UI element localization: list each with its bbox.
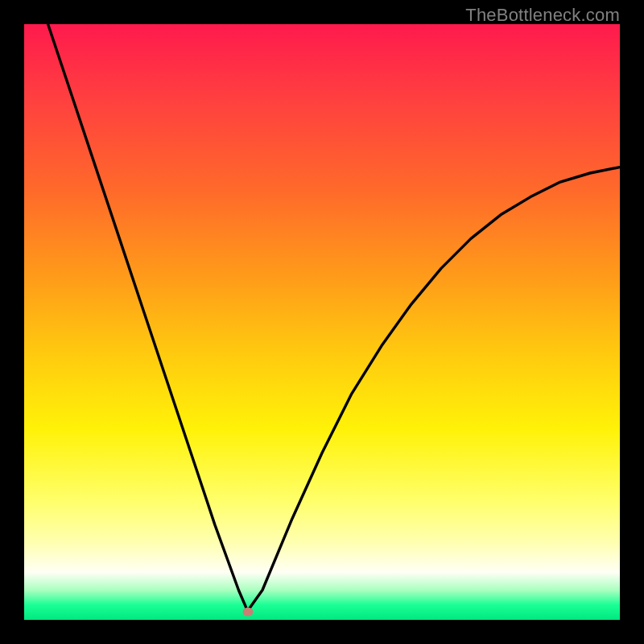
bottleneck-curve <box>48 24 620 611</box>
curve-layer <box>24 24 620 620</box>
optimum-marker <box>242 608 253 617</box>
attribution-text: TheBottleneck.com <box>465 5 620 26</box>
chart-container: TheBottleneck.com <box>0 0 644 644</box>
plot-area <box>24 24 620 620</box>
